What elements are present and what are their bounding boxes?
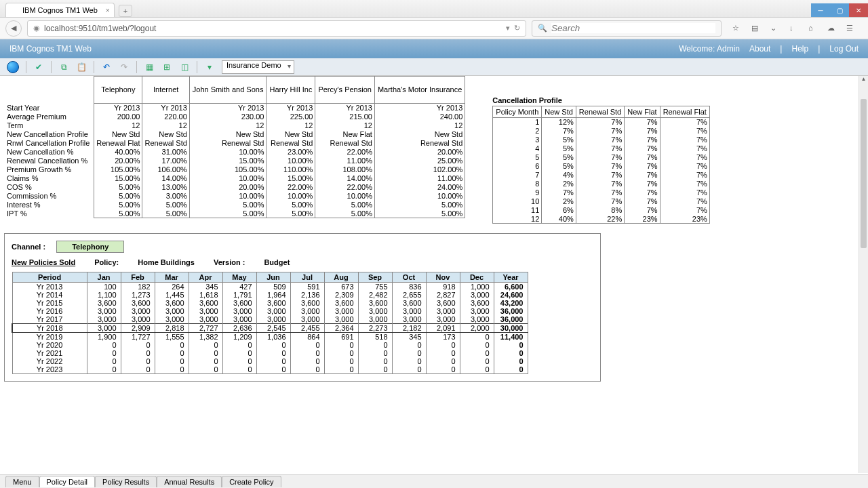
menu-icon[interactable]: ☰ bbox=[846, 24, 857, 33]
tab-title: IBM Cognos TM1 Web bbox=[22, 6, 98, 14]
new-tab-button[interactable]: + bbox=[119, 5, 132, 17]
redo-icon[interactable]: ↷ bbox=[119, 62, 130, 73]
window-close-icon[interactable]: ✕ bbox=[849, 3, 868, 17]
commit-icon[interactable]: ✔ bbox=[33, 62, 44, 73]
welcome-text: Welcome: Admin bbox=[679, 44, 740, 54]
search-box[interactable]: 🔍 bbox=[532, 20, 722, 37]
tab-close-icon[interactable]: × bbox=[105, 6, 109, 14]
dropdown-icon[interactable]: ▾ bbox=[506, 24, 510, 33]
help-link[interactable]: Help bbox=[791, 44, 808, 54]
window-minimize-icon[interactable]: ─ bbox=[811, 3, 830, 17]
nav-back-icon[interactable]: ◀ bbox=[5, 20, 22, 37]
browser-tab[interactable]: IBM Cognos TM1 Web × bbox=[5, 3, 115, 17]
star-icon[interactable]: ☆ bbox=[732, 24, 743, 33]
url-box[interactable]: ◉ localhost:9510/tm1web/?logout ▾ ↻ bbox=[27, 20, 526, 37]
table-icon[interactable]: ⊞ bbox=[161, 62, 172, 73]
download-icon[interactable]: ↓ bbox=[789, 24, 800, 33]
about-link[interactable]: About bbox=[749, 44, 770, 54]
search-input[interactable] bbox=[551, 23, 715, 33]
home-icon[interactable]: ⌂ bbox=[808, 24, 819, 33]
chat-icon[interactable]: ☁ bbox=[827, 24, 838, 33]
window-maximize-icon[interactable]: ▢ bbox=[830, 3, 849, 17]
address-bar: ◀ ◉ localhost:9510/tm1web/?logout ▾ ↻ 🔍 … bbox=[0, 18, 868, 39]
list-icon[interactable]: ▤ bbox=[751, 24, 762, 33]
reload-icon[interactable]: ↻ bbox=[514, 24, 520, 33]
app-menu-icon[interactable] bbox=[7, 61, 19, 73]
export-icon[interactable]: ▾ bbox=[204, 62, 215, 73]
copy-icon[interactable]: ⧉ bbox=[58, 62, 69, 73]
app-title: IBM Cognos TM1 Web bbox=[9, 44, 92, 54]
search-icon: 🔍 bbox=[538, 24, 547, 33]
undo-icon[interactable]: ↶ bbox=[101, 62, 112, 73]
view-select[interactable]: Insurance Demo bbox=[222, 60, 294, 74]
window-controls: ─ ▢ ✕ bbox=[811, 3, 868, 17]
pocket-icon[interactable]: ⌄ bbox=[770, 24, 781, 33]
grid-icon[interactable]: ▦ bbox=[144, 62, 155, 73]
globe-icon: ◉ bbox=[33, 24, 40, 33]
paste-icon[interactable]: 📋 bbox=[76, 62, 87, 73]
toolbar: ✔ ⧉ 📋 ↶ ↷ ▦ ⊞ ◫ ▾ Insurance Demo bbox=[0, 58, 868, 76]
app-header: IBM Cognos TM1 Web Welcome: Admin About … bbox=[0, 39, 868, 58]
browser-tab-strip: IBM Cognos TM1 Web × + ─ ▢ ✕ bbox=[0, 0, 868, 18]
url-text: localhost:9510/tm1web/?logout bbox=[44, 24, 156, 33]
logout-link[interactable]: Log Out bbox=[829, 44, 859, 54]
chart-icon[interactable]: ◫ bbox=[179, 62, 190, 73]
